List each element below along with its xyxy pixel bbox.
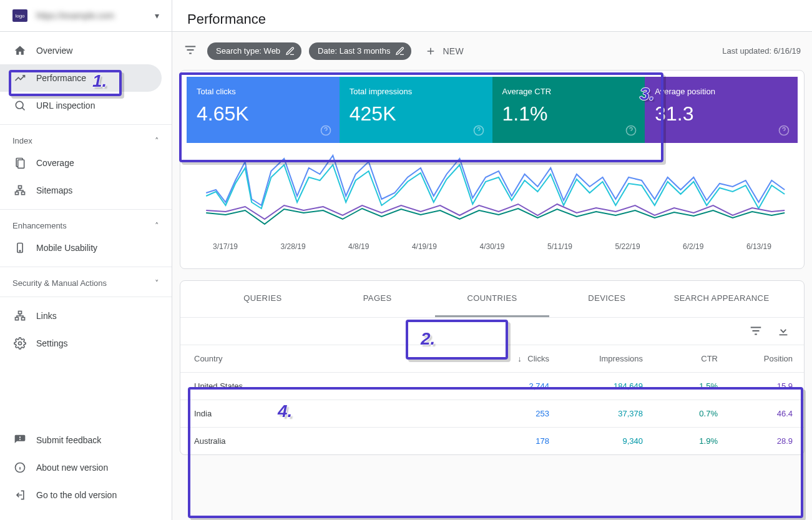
chart-area: 3/17/193/28/194/8/194/19/194/30/195/11/1…: [180, 143, 804, 268]
links-icon: [12, 308, 27, 323]
pencil-icon: [285, 46, 295, 56]
cell-position: 28.9: [729, 428, 804, 455]
metric-label: Average position: [655, 87, 788, 96]
x-tick: 5/11/19: [547, 242, 572, 251]
metric-ctr[interactable]: Average CTR 1.1%: [492, 77, 645, 143]
section-header-index[interactable]: Index ˄: [0, 130, 172, 149]
section-header-security[interactable]: Security & Manual Actions ˅: [0, 272, 172, 292]
help-icon[interactable]: [320, 124, 332, 137]
feedback-icon: [12, 433, 27, 448]
sidebar-item-coverage[interactable]: Coverage: [0, 149, 162, 177]
metric-clicks[interactable]: Total clicks 4.65K: [187, 77, 340, 143]
metric-value: 425K: [350, 102, 482, 125]
cell-ctr: 1.9%: [654, 428, 729, 455]
metric-value: 1.1%: [502, 102, 635, 125]
sidebar-item-label: Overview: [36, 46, 72, 56]
svg-rect-2: [18, 160, 24, 168]
table-row[interactable]: Australia1789,3401.9%28.9: [180, 428, 804, 455]
table-filter-icon[interactable]: [749, 324, 763, 340]
pencil-icon: [395, 46, 405, 56]
sidebar-item-feedback[interactable]: Submit feedback: [0, 426, 162, 454]
svg-rect-5: [22, 192, 25, 195]
trending-icon: [12, 71, 27, 86]
sidebar-item-label: Sitemaps: [36, 185, 72, 195]
svg-rect-8: [19, 312, 22, 314]
sidebar-item-label: About new version: [36, 463, 108, 473]
sidebar-item-overview[interactable]: Overview: [0, 37, 162, 64]
main: Performance Search type: Web Date: Last …: [172, 0, 812, 520]
chevron-up-icon: ˄: [155, 136, 159, 145]
svg-point-11: [19, 342, 22, 345]
tab-countries[interactable]: COUNTRIES: [435, 281, 550, 317]
col-ctr[interactable]: CTR: [654, 345, 729, 373]
cell-country: India: [180, 400, 479, 428]
home-icon: [12, 43, 27, 58]
sidebar-item-performance[interactable]: Performance: [0, 64, 162, 92]
last-updated: Last updated: 6/16/19: [722, 46, 801, 56]
help-icon[interactable]: [625, 124, 637, 137]
download-icon[interactable]: [776, 324, 790, 340]
metrics-row: Total clicks 4.65K Total impressions 425…: [180, 71, 804, 143]
tab-search-appearance[interactable]: SEARCH APPEARANCE: [664, 281, 779, 317]
add-filter-button[interactable]: NEW: [419, 42, 470, 61]
cell-impressions: 37,378: [560, 400, 654, 428]
metric-position[interactable]: Average position 31.3: [645, 77, 798, 143]
svg-rect-9: [16, 318, 19, 320]
svg-rect-3: [19, 186, 22, 189]
x-tick: 6/2/19: [683, 242, 703, 251]
chevron-down-icon: ˅: [155, 278, 159, 288]
cell-country: Australia: [180, 428, 479, 455]
metric-impressions[interactable]: Total impressions 425K: [340, 77, 492, 143]
cell-ctr: 1.5%: [654, 373, 729, 400]
metric-value: 4.65K: [197, 102, 330, 125]
section-header-enhancements[interactable]: Enhancements ˄: [0, 215, 172, 234]
exit-icon: [12, 488, 27, 503]
table-row[interactable]: United States2,744184,6491.5%15.9: [180, 373, 804, 400]
col-impressions[interactable]: Impressions: [560, 345, 654, 373]
sidebar-item-label: Links: [36, 311, 57, 321]
chart-x-axis: 3/17/193/28/194/8/194/19/194/30/195/11/1…: [187, 238, 798, 262]
sidebar-item-sitemaps[interactable]: Sitemaps: [0, 177, 162, 204]
x-tick: 6/13/19: [746, 242, 771, 251]
tab-devices[interactable]: DEVICES: [549, 281, 664, 317]
property-url: https://example.com: [36, 11, 155, 21]
countries-table: Country ↓ Clicks Impressions CTR Positio…: [180, 345, 804, 454]
filters-row: Search type: Web Date: Last 3 months NEW…: [172, 32, 812, 70]
help-icon[interactable]: [472, 124, 485, 137]
property-logo: logo: [12, 9, 27, 22]
page-title: Performance: [172, 0, 812, 32]
sidebar-item-url-inspection[interactable]: URL inspection: [0, 92, 162, 119]
table-row[interactable]: India25337,3780.7%46.4: [180, 400, 804, 428]
property-selector[interactable]: logo https://example.com ▾: [0, 0, 172, 32]
chip-search-type[interactable]: Search type: Web: [207, 42, 301, 60]
metric-label: Average CTR: [502, 87, 635, 96]
col-clicks[interactable]: ↓ Clicks: [479, 345, 560, 373]
chip-date[interactable]: Date: Last 3 months: [309, 42, 411, 60]
filter-icon[interactable]: [181, 41, 200, 61]
tab-queries[interactable]: QUERIES: [205, 281, 320, 317]
performance-chart: [187, 143, 798, 237]
svg-point-7: [19, 250, 21, 252]
sidebar-item-mobile-usability[interactable]: Mobile Usability: [0, 234, 162, 262]
sidebar-item-old-version[interactable]: Go to the old version: [0, 481, 162, 509]
sidebar-item-about[interactable]: About new version: [0, 454, 162, 481]
sidebar-item-label: URL inspection: [36, 101, 95, 110]
help-icon[interactable]: [778, 124, 790, 137]
sidebar-item-label: Performance: [36, 73, 86, 83]
x-tick: 3/17/19: [213, 242, 238, 251]
cell-clicks: 253: [479, 400, 560, 428]
sitemap-icon: [12, 183, 27, 198]
cell-position: 15.9: [729, 373, 804, 400]
metric-value: 31.3: [655, 102, 788, 125]
sidebar-item-links[interactable]: Links: [0, 302, 162, 330]
chevron-up-icon: ˄: [155, 221, 159, 230]
tab-pages[interactable]: PAGES: [320, 281, 435, 317]
col-country[interactable]: Country: [180, 345, 479, 373]
breakdown-card: QUERIESPAGESCOUNTRIESDEVICESSEARCH APPEA…: [180, 280, 805, 455]
sidebar-item-label: Mobile Usability: [36, 243, 97, 253]
col-position[interactable]: Position: [729, 345, 804, 373]
svg-rect-4: [16, 192, 19, 195]
svg-point-0: [16, 101, 23, 109]
search-icon: [12, 98, 27, 113]
sidebar-item-settings[interactable]: Settings: [0, 330, 162, 357]
